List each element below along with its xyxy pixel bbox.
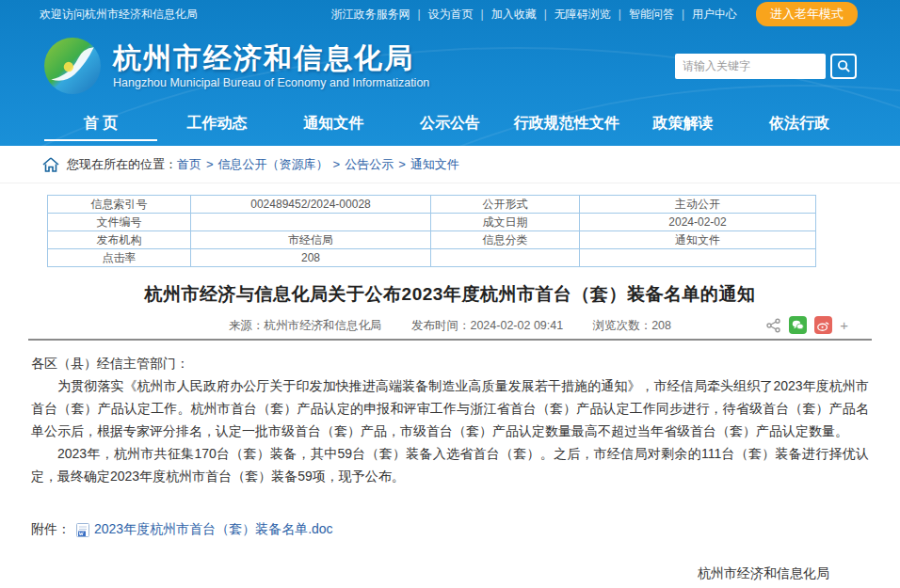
article-body: 各区（县）经信主管部门： 为贯彻落实《杭州市人民政府办公厅关于印发加快推进高端装… <box>0 341 900 487</box>
document-info-table-wrap: 信息索引号 002489452/2024-00028 公开形式 主动公开 文件编… <box>0 183 900 267</box>
wechat-share-icon[interactable] <box>789 316 807 334</box>
header-main: 杭州市经济和信息化局 Hangzhou Municipal Bureau of … <box>0 28 900 103</box>
breadcrumb-prefix: 您现在所在的位置： <box>67 156 177 173</box>
nav-item-administrative-normative-docs[interactable]: 行政规范性文件 <box>508 103 625 146</box>
search-input[interactable] <box>675 54 826 79</box>
nav-item-home[interactable]: 首 页 <box>42 103 159 146</box>
share-bar: + <box>766 316 848 334</box>
topbar-links: 浙江政务服务网 | 设为首页 | 加入收藏 | 无障碍浏览 | 智能问答 | 用… <box>323 2 858 26</box>
breadcrumb-link-announcements[interactable]: 公告公示 <box>345 156 394 173</box>
nav-item-lawful-administration[interactable]: 依法行政 <box>741 103 858 146</box>
info-value-date-written: 2024-02-02 <box>580 214 816 231</box>
info-label-index-number: 信息索引号 <box>48 196 191 214</box>
home-icon[interactable] <box>42 157 59 172</box>
breadcrumb-link-notice-files[interactable]: 通知文件 <box>410 156 459 173</box>
main-nav: 首 页 工作动态 通知文件 公示公告 行政规范性文件 政策解读 依法行政 <box>0 103 900 146</box>
article-paragraph-2: 2023年，杭州市共征集170台（套）装备，其中59台（套）装备入选省首台（套）… <box>31 442 869 487</box>
breadcrumb-separator: > <box>333 157 341 171</box>
info-label-empty <box>431 249 580 267</box>
info-value-doc-number <box>191 214 431 231</box>
info-label-issuing-agency: 发布机构 <box>48 231 191 249</box>
article-source: 来源：杭州市经济和信息化局 <box>229 319 382 332</box>
breadcrumb: 您现在所在的位置： 首页 > 信息公开（资源库） > 公告公示 > 通知文件 <box>0 146 900 183</box>
breadcrumb-link-home[interactable]: 首页 <box>177 156 201 173</box>
info-value-issuing-agency: 市经信局 <box>191 231 431 249</box>
bureau-logo-icon <box>43 37 102 95</box>
article-view-count: 浏览次数：208 <box>593 319 671 332</box>
topbar-link-set-homepage[interactable]: 设为首页 <box>421 7 481 23</box>
topbar: 欢迎访问杭州市经济和信息化局 浙江政务服务网 | 设为首页 | 加入收藏 | 无… <box>0 0 900 28</box>
table-row: 点击率 208 <box>48 249 816 267</box>
signature-org: 杭州市经济和信息化局 <box>0 561 900 586</box>
site-subtitle: Hangzhou Municipal Bureau of Economy and… <box>113 76 429 89</box>
info-label-doc-number: 文件编号 <box>48 214 191 231</box>
info-value-info-category: 通知文件 <box>580 231 816 249</box>
article-paragraph-1: 为贯彻落实《杭州市人民政府办公厅关于印发加快推进高端装备制造业高质量发展若干措施… <box>31 374 869 442</box>
breadcrumb-link-info-disclosure[interactable]: 信息公开（资源库） <box>218 156 329 173</box>
share-more-button[interactable]: + <box>840 316 848 334</box>
signature-block: 杭州市经济和信息化局 2024年2月2日 <box>0 561 900 588</box>
site-title: 杭州市经济和信息化局 <box>113 42 429 74</box>
attachment-row: 附件： 2023年度杭州市首台（套）装备名单.doc <box>0 487 900 538</box>
document-info-table: 信息索引号 002489452/2024-00028 公开形式 主动公开 文件编… <box>47 195 816 267</box>
nav-item-work-news[interactable]: 工作动态 <box>159 103 276 146</box>
breadcrumb-separator: > <box>398 157 406 171</box>
topbar-link-smart-qa[interactable]: 智能问答 <box>621 7 682 23</box>
search-box <box>675 54 857 79</box>
info-label-click-rate: 点击率 <box>48 249 191 267</box>
attachment-label: 附件： <box>31 521 71 538</box>
info-value-empty <box>580 249 816 267</box>
nav-item-policy-interpretation[interactable]: 政策解读 <box>625 103 742 146</box>
info-label-disclosure-form: 公开形式 <box>431 196 580 214</box>
site-header: 欢迎访问杭州市经济和信息化局 浙江政务服务网 | 设为首页 | 加入收藏 | 无… <box>0 0 900 146</box>
search-button[interactable] <box>830 54 857 79</box>
doc-file-icon <box>76 523 89 537</box>
info-value-index-number: 002489452/2024-00028 <box>191 196 431 214</box>
info-value-disclosure-form: 主动公开 <box>580 196 816 214</box>
attachment-link[interactable]: 2023年度杭州市首台（套）装备名单.doc <box>94 521 333 538</box>
topbar-link-user-center[interactable]: 用户中心 <box>684 7 745 23</box>
breadcrumb-separator: > <box>206 157 214 171</box>
share-icon[interactable] <box>766 318 781 333</box>
table-row: 信息索引号 002489452/2024-00028 公开形式 主动公开 <box>48 196 816 214</box>
info-label-date-written: 成文日期 <box>431 214 580 231</box>
table-row: 发布机构 市经信局 信息分类 通知文件 <box>48 231 816 249</box>
topbar-link-accessibility[interactable]: 无障碍浏览 <box>547 7 619 23</box>
info-value-click-rate: 208 <box>191 249 431 267</box>
info-label-info-category: 信息分类 <box>431 231 580 249</box>
welcome-text: 欢迎访问杭州市经济和信息化局 <box>40 7 198 23</box>
elder-mode-button[interactable]: 进入老年模式 <box>756 2 858 26</box>
table-row: 文件编号 成文日期 2024-02-02 <box>48 214 816 231</box>
nav-item-public-announcements[interactable]: 公示公告 <box>392 103 508 146</box>
weibo-share-icon[interactable] <box>814 316 832 334</box>
article-publish-time: 发布时间：2024-02-02 09:41 <box>411 319 563 332</box>
article-meta: 来源：杭州市经济和信息化局 发布时间：2024-02-02 09:41 浏览次数… <box>28 316 872 341</box>
nav-item-notice-files[interactable]: 通知文件 <box>275 103 392 146</box>
topbar-link-add-favorite[interactable]: 加入收藏 <box>484 7 544 23</box>
article-title: 杭州市经济与信息化局关于公布2023年度杭州市首台（套）装备名单的通知 <box>0 282 900 307</box>
search-icon <box>837 59 851 73</box>
topbar-link-zhejiang-service[interactable]: 浙江政务服务网 <box>323 7 417 23</box>
article-salutation: 各区（县）经信主管部门： <box>31 352 869 374</box>
